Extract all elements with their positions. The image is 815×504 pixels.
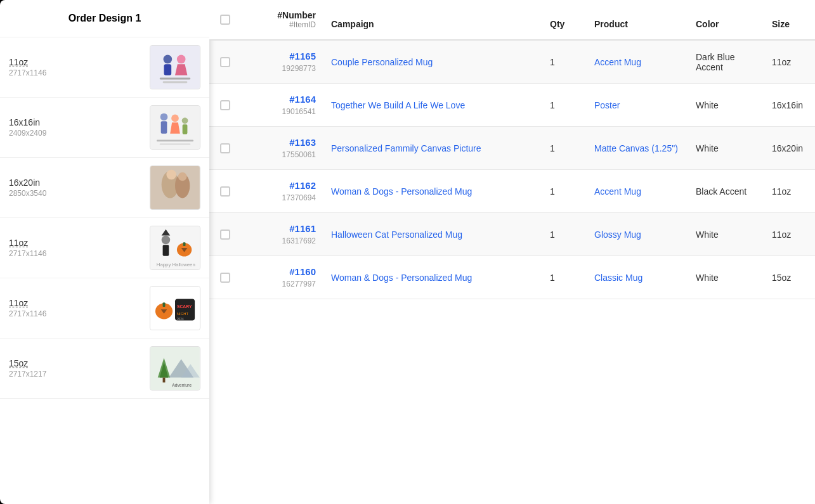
sidebar-item: 11oz 2717x1146 bbox=[0, 37, 209, 98]
color-value: White bbox=[696, 273, 719, 283]
svg-text:SCARY: SCARY bbox=[177, 304, 192, 309]
td-color: White bbox=[688, 213, 764, 255]
product-link[interactable]: Matte Canvas (1.25") bbox=[594, 143, 678, 153]
row-checkbox[interactable] bbox=[220, 57, 230, 67]
sidebar-item-dims: 2409x2409 bbox=[9, 129, 142, 138]
sidebar-item-info: 11oz 2717x1146 bbox=[9, 238, 142, 258]
svg-rect-6 bbox=[163, 81, 188, 83]
campaign-link[interactable]: Personalized Fammily Canvas Picture bbox=[331, 143, 481, 153]
svg-rect-26 bbox=[183, 242, 186, 246]
campaign-link[interactable]: Couple Personalized Mug bbox=[331, 57, 433, 67]
row-checkbox[interactable] bbox=[220, 229, 230, 240]
svg-point-19 bbox=[166, 170, 176, 180]
svg-rect-40 bbox=[163, 378, 166, 383]
select-all-checkbox[interactable] bbox=[220, 15, 230, 25]
td-checkbox[interactable] bbox=[209, 41, 241, 83]
qty-value: 1 bbox=[550, 186, 555, 197]
size-value: 15oz bbox=[772, 273, 791, 283]
td-size: 16x20in bbox=[764, 127, 815, 169]
item-id: 16317692 bbox=[282, 236, 316, 245]
sidebar-item-info: 16x16in 2409x2409 bbox=[9, 117, 142, 138]
qty-value: 1 bbox=[550, 273, 555, 283]
td-checkbox[interactable] bbox=[209, 84, 241, 126]
order-number[interactable]: #1164 bbox=[289, 94, 316, 105]
product-link[interactable]: Glossy Mug bbox=[594, 229, 641, 240]
table-body: #1165 19298773 Couple Personalized Mug 1… bbox=[209, 41, 815, 299]
th-number-label: #Number bbox=[277, 10, 316, 20]
svg-rect-15 bbox=[160, 143, 191, 145]
order-number[interactable]: #1162 bbox=[289, 180, 316, 191]
sidebar-item-size: 15oz bbox=[9, 358, 142, 368]
product-link[interactable]: Classic Mug bbox=[594, 273, 642, 283]
order-number[interactable]: #1160 bbox=[289, 266, 316, 277]
sidebar-item-size: 16x20in bbox=[9, 178, 142, 188]
td-qty: 1 bbox=[542, 41, 587, 83]
td-number: #1160 16277997 bbox=[241, 256, 323, 299]
table-row: #1162 17370694 Woman & Dogs - Personaliz… bbox=[209, 170, 815, 213]
sidebar-item-thumb: Happy Halloween bbox=[150, 226, 200, 270]
td-checkbox[interactable] bbox=[209, 256, 241, 299]
size-value: 16x20in bbox=[772, 143, 803, 153]
row-checkbox[interactable] bbox=[220, 273, 230, 283]
product-link[interactable]: Accent Mug bbox=[594, 186, 641, 197]
campaign-link[interactable]: Woman & Dogs - Personalized Mug bbox=[331, 273, 472, 283]
sidebar-item-thumb bbox=[150, 105, 200, 150]
table-row: #1160 16277997 Woman & Dogs - Personaliz… bbox=[209, 256, 815, 299]
svg-rect-33 bbox=[175, 299, 195, 320]
svg-text:NIGHT: NIGHT bbox=[177, 312, 189, 316]
svg-point-20 bbox=[178, 172, 187, 181]
svg-rect-14 bbox=[157, 139, 193, 141]
row-checkbox[interactable] bbox=[220, 100, 230, 110]
td-campaign: Personalized Fammily Canvas Picture bbox=[323, 127, 542, 169]
td-product: Accent Mug bbox=[587, 41, 688, 83]
sidebar-item: 16x20in 2850x3540 bbox=[0, 158, 209, 218]
td-checkbox[interactable] bbox=[209, 170, 241, 212]
campaign-link[interactable]: Halloween Cat Personalized Mug bbox=[331, 229, 462, 240]
td-color: White bbox=[688, 127, 764, 169]
color-value: White bbox=[696, 229, 719, 240]
layout: Order Design 1 11oz 2717x1146 bbox=[0, 0, 815, 504]
row-checkbox[interactable] bbox=[220, 143, 230, 153]
sidebar-item-thumb bbox=[150, 45, 200, 89]
order-number[interactable]: #1161 bbox=[289, 223, 316, 234]
product-link[interactable]: Accent Mug bbox=[594, 57, 641, 67]
sidebar-item-size: 11oz bbox=[9, 238, 142, 248]
td-campaign: Woman & Dogs - Personalized Mug bbox=[323, 256, 542, 299]
td-size: 11oz bbox=[764, 170, 815, 212]
td-campaign: Together We Build A Life We Love bbox=[323, 84, 542, 126]
sidebar-title: Order Design 1 bbox=[0, 0, 209, 37]
td-campaign: Woman & Dogs - Personalized Mug bbox=[323, 170, 542, 212]
item-id: 17370694 bbox=[282, 193, 316, 202]
th-number: #Number #ItemID bbox=[241, 0, 323, 39]
th-select-all[interactable] bbox=[209, 0, 241, 39]
order-number[interactable]: #1163 bbox=[289, 137, 316, 148]
campaign-link[interactable]: Together We Build A Life We Love bbox=[331, 100, 465, 110]
order-number[interactable]: #1165 bbox=[289, 51, 316, 61]
table-row: #1164 19016541 Together We Build A Life … bbox=[209, 84, 815, 127]
td-product: Matte Canvas (1.25") bbox=[587, 127, 688, 169]
sidebar-item-size: 11oz bbox=[9, 57, 142, 67]
td-qty: 1 bbox=[542, 213, 587, 255]
item-id: 19016541 bbox=[282, 107, 316, 116]
svg-point-8 bbox=[160, 113, 168, 121]
table-row: #1161 16317692 Halloween Cat Personalize… bbox=[209, 213, 815, 256]
td-qty: 1 bbox=[542, 84, 587, 126]
svg-text:Adventure: Adventure bbox=[172, 383, 192, 387]
table-row: #1165 19298773 Couple Personalized Mug 1… bbox=[209, 41, 815, 84]
td-number: #1163 17550061 bbox=[241, 127, 323, 169]
svg-text:Happy Halloween: Happy Halloween bbox=[157, 262, 195, 268]
row-checkbox[interactable] bbox=[220, 186, 230, 197]
td-color: Black Accent bbox=[688, 170, 764, 212]
table-header: #Number #ItemID Campaign Qty Product Col… bbox=[209, 0, 815, 41]
td-checkbox[interactable] bbox=[209, 127, 241, 169]
qty-value: 1 bbox=[550, 229, 555, 240]
product-link[interactable]: Poster bbox=[594, 100, 620, 110]
sidebar-item-dims: 2717x1146 bbox=[9, 249, 142, 258]
th-campaign: Campaign bbox=[323, 0, 542, 39]
size-value: 11oz bbox=[772, 229, 791, 240]
campaign-link[interactable]: Woman & Dogs - Personalized Mug bbox=[331, 186, 472, 197]
sidebar-item-thumb bbox=[150, 165, 200, 210]
td-checkbox[interactable] bbox=[209, 213, 241, 255]
td-number: #1165 19298773 bbox=[241, 41, 323, 83]
td-size: 11oz bbox=[764, 41, 815, 83]
